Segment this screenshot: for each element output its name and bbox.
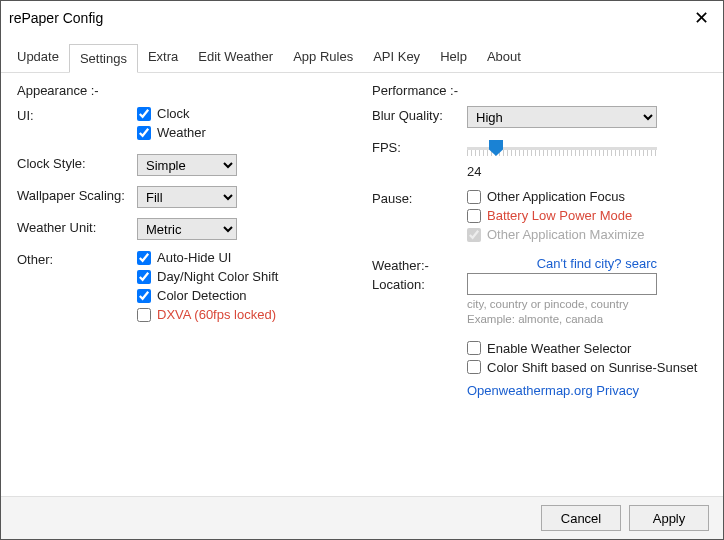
blur-quality-select[interactable]: High — [467, 106, 657, 128]
ui-label: UI: — [17, 106, 137, 123]
location-label: Location: — [372, 277, 467, 292]
footer: Cancel Apply — [1, 496, 723, 539]
location-input[interactable] — [467, 273, 657, 295]
auto-hide-checkbox[interactable]: Auto-Hide UI — [137, 250, 352, 265]
tab-update[interactable]: Update — [7, 43, 69, 72]
clock-style-label: Clock Style: — [17, 154, 137, 171]
fps-value: 24 — [467, 164, 707, 179]
tab-settings[interactable]: Settings — [69, 44, 138, 73]
openweathermap-privacy-link[interactable]: Openweathermap.org Privacy — [467, 383, 707, 398]
daynight-checkbox[interactable]: Day/Night Color Shift — [137, 269, 352, 284]
titlebar: rePaper Config ✕ — [1, 1, 723, 35]
close-icon[interactable]: ✕ — [688, 7, 715, 29]
right-column: Performance :- Blur Quality: High FPS: 2… — [362, 83, 707, 486]
ui-weather-checkbox[interactable]: Weather — [137, 125, 352, 140]
pause-maximize-checkbox: Other Application Maximize — [467, 227, 707, 242]
cancel-button[interactable]: Cancel — [541, 505, 621, 531]
color-detection-checkbox[interactable]: Color Detection — [137, 288, 352, 303]
appearance-heading: Appearance :- — [17, 83, 352, 98]
blur-quality-label: Blur Quality: — [372, 106, 467, 123]
config-window: rePaper Config ✕ UpdateSettingsExtraEdit… — [0, 0, 724, 540]
left-column: Appearance :- UI: Clock Weather Clock St… — [17, 83, 362, 486]
fps-label: FPS: — [372, 138, 467, 155]
wallpaper-scaling-select[interactable]: Fill — [137, 186, 237, 208]
tab-edit-weather[interactable]: Edit Weather — [188, 43, 283, 72]
pause-battery-checkbox[interactable]: Battery Low Power Mode — [467, 208, 707, 223]
find-city-link[interactable]: Can't find city? searc — [467, 256, 657, 271]
wallpaper-scaling-label: Wallpaper Scaling: — [17, 186, 137, 203]
tab-help[interactable]: Help — [430, 43, 477, 72]
weather-heading: Weather:- — [372, 258, 467, 273]
weather-unit-select[interactable]: Metric — [137, 218, 237, 240]
tab-extra[interactable]: Extra — [138, 43, 188, 72]
tab-api-key[interactable]: API Key — [363, 43, 430, 72]
tab-bar: UpdateSettingsExtraEdit WeatherApp Rules… — [1, 43, 723, 73]
pause-label: Pause: — [372, 189, 467, 206]
sunrise-color-shift-checkbox[interactable]: Color Shift based on Sunrise-Sunset — [467, 360, 707, 375]
pause-focus-checkbox[interactable]: Other Application Focus — [467, 189, 707, 204]
tab-about[interactable]: About — [477, 43, 531, 72]
performance-heading: Performance :- — [372, 83, 707, 98]
weather-unit-label: Weather Unit: — [17, 218, 137, 235]
tab-app-rules[interactable]: App Rules — [283, 43, 363, 72]
other-label: Other: — [17, 250, 137, 267]
fps-slider[interactable] — [467, 140, 657, 158]
apply-button[interactable]: Apply — [629, 505, 709, 531]
ui-clock-checkbox[interactable]: Clock — [137, 106, 352, 121]
clock-style-select[interactable]: Simple — [137, 154, 237, 176]
settings-panel: Appearance :- UI: Clock Weather Clock St… — [1, 73, 723, 496]
enable-weather-selector-checkbox[interactable]: Enable Weather Selector — [467, 341, 707, 356]
window-title: rePaper Config — [9, 10, 103, 26]
dxva-checkbox[interactable]: DXVA (60fps locked) — [137, 307, 352, 322]
location-hint: city, country or pincode, countryExample… — [467, 297, 667, 327]
